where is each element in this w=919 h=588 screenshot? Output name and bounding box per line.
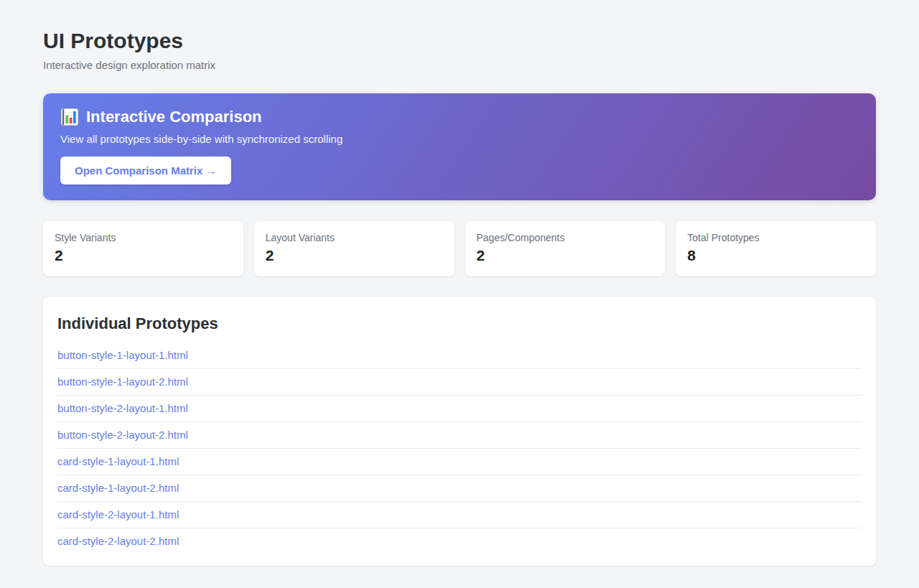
page-subtitle: Interactive design exploration matrix [43,59,876,71]
banner-title-text: Interactive Comparison [86,108,262,126]
list-item: card-style-1-layout-1.html [57,449,862,475]
prototype-link[interactable]: card-style-1-layout-1.html [57,455,179,467]
open-comparison-matrix-button[interactable]: Open Comparison Matrix → [60,157,231,185]
stat-value: 2 [55,247,232,263]
bar-chart-icon [60,108,79,126]
list-item: button-style-1-layout-1.html [57,342,862,369]
prototype-link[interactable]: card-style-2-layout-1.html [57,508,179,521]
prototype-link[interactable]: button-style-1-layout-2.html [57,375,188,388]
stat-label: Layout Variants [266,232,443,243]
individual-prototypes-title: Individual Prototypes [57,314,862,333]
stat-label: Style Variants [55,232,232,243]
prototype-link[interactable]: button-style-2-layout-2.html [57,429,188,441]
stat-card-style-variants: Style Variants 2 [43,221,243,276]
list-item: button-style-2-layout-2.html [57,422,862,449]
list-item: button-style-2-layout-1.html [57,396,862,422]
stats-row: Style Variants 2 Layout Variants 2 Pages… [43,221,876,276]
stat-label: Total Prototypes [687,232,864,243]
page-title: UI Prototypes [43,29,876,52]
banner-title: Interactive Comparison [60,108,859,126]
individual-prototypes-card: Individual Prototypes button-style-1-lay… [43,297,876,566]
stat-card-layout-variants: Layout Variants 2 [254,221,454,276]
stat-card-total-prototypes: Total Prototypes 8 [676,221,876,276]
banner-description: View all prototypes side-by-side with sy… [60,133,859,145]
prototype-link[interactable]: card-style-2-layout-2.html [57,535,179,547]
interactive-comparison-banner: Interactive Comparison View all prototyp… [43,93,876,200]
stat-value: 2 [477,247,654,263]
list-item: card-style-2-layout-1.html [57,502,862,528]
list-item: card-style-1-layout-2.html [57,475,862,502]
prototype-link[interactable]: button-style-2-layout-1.html [57,402,188,414]
list-item: button-style-1-layout-2.html [57,369,862,396]
stat-card-pages-components: Pages/Components 2 [465,221,666,276]
page-container: UI Prototypes Interactive design explora… [43,0,876,588]
stat-value: 8 [687,247,864,263]
prototype-link[interactable]: button-style-1-layout-1.html [57,349,188,361]
list-item: card-style-2-layout-2.html [57,528,862,554]
prototype-link[interactable]: card-style-1-layout-2.html [57,482,179,494]
stat-label: Pages/Components [477,232,654,243]
stat-value: 2 [266,247,443,263]
